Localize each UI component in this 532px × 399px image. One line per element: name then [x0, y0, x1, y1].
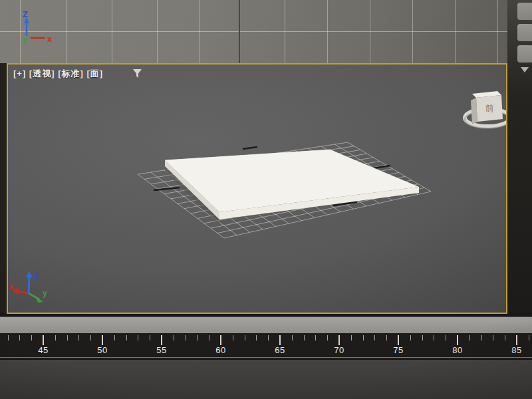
top-grid-vline	[157, 0, 158, 63]
ruler-major-tick	[220, 335, 221, 345]
perspective-viewport[interactable]: 前 x Z y [+] [透视] [标准] [面]	[7, 63, 507, 314]
ruler-minor-tick	[138, 335, 138, 340]
top-grid-vline	[285, 0, 285, 63]
top-grid-axis-line	[239, 0, 240, 63]
top-grid-vline	[112, 0, 112, 63]
status-bar: X: -175.251 Y: -32.008 Z: 0.0 栅格 = 10.0	[0, 359, 532, 399]
panel-button[interactable]	[517, 24, 532, 41]
top-grid-vline	[497, 0, 498, 63]
ruler-minor-tick	[351, 335, 352, 340]
gizmo-z-label: Z	[33, 271, 39, 281]
ruler-minor-tick	[493, 335, 493, 340]
left-edge	[0, 63, 7, 315]
ruler-minor-tick	[55, 335, 56, 340]
ruler-major-tick	[102, 335, 103, 345]
top-grid-vline	[327, 0, 328, 63]
ruler-major-tick	[516, 335, 517, 345]
timeline-ruler[interactable]: 455055606570758085	[0, 333, 532, 359]
world-axis-gizmo: x Z y	[9, 271, 47, 303]
ruler-minor-tick	[114, 335, 115, 340]
ruler-tick-label: 85	[511, 345, 521, 355]
ruler-tick-label: 60	[215, 345, 225, 355]
ruler-minor-tick	[505, 335, 505, 340]
ruler-minor-tick	[150, 335, 150, 340]
filter-icon[interactable]	[132, 68, 142, 79]
ruler-minor-tick	[78, 335, 79, 340]
ruler-minor-tick	[126, 335, 127, 340]
ruler-minor-tick	[374, 335, 375, 340]
ruler-major-tick	[161, 335, 162, 345]
ruler-minor-tick	[292, 335, 293, 340]
ruler-minor-tick	[363, 335, 364, 340]
ruler-minor-tick	[386, 335, 387, 340]
top-grid-vline	[455, 0, 456, 63]
ruler-tick-label: 45	[38, 345, 48, 355]
box-object[interactable]	[165, 150, 419, 225]
ruler-minor-tick	[197, 335, 198, 340]
ruler-tick-label: 75	[393, 345, 403, 355]
ruler-minor-tick	[209, 335, 209, 340]
ruler-minor-tick	[315, 335, 316, 340]
ruler-major-tick	[398, 335, 399, 345]
ruler-tick-label: 55	[156, 345, 166, 355]
screen: Z y x	[0, 0, 532, 399]
viewport-canvas[interactable]: 前 x Z y	[8, 65, 506, 313]
viewcube[interactable]: 前	[465, 91, 506, 128]
ruler-minor-tick	[268, 335, 269, 340]
ruler-minor-tick	[422, 335, 423, 340]
ruler-minor-tick	[90, 335, 91, 340]
ruler-minor-tick	[31, 335, 32, 340]
ruler-minor-tick	[304, 335, 305, 340]
ruler-minor-tick	[410, 335, 411, 340]
panel-button[interactable]	[517, 45, 532, 63]
top-grid-vline	[370, 0, 370, 63]
ruler-tick-label: 80	[452, 345, 462, 355]
ruler-major-tick	[338, 335, 340, 345]
gizmo-y-label: y	[43, 289, 47, 298]
ruler-tick-label: 50	[97, 345, 107, 355]
ruler-minor-tick	[327, 335, 328, 340]
top-gizmo-x-label: x	[47, 34, 53, 44]
ruler-minor-tick	[233, 335, 233, 340]
ruler-minor-tick	[446, 335, 446, 340]
top-grid-vline	[200, 0, 200, 63]
track-bar[interactable]	[0, 317, 532, 334]
top-gizmo-z-label: Z	[23, 9, 28, 19]
chevron-down-icon[interactable]	[521, 67, 529, 72]
ruler-baseline	[0, 357, 532, 358]
viewport-label-menu[interactable]: [+] [透视] [标准] [面]	[13, 68, 103, 80]
ruler-minor-tick	[8, 335, 9, 340]
top-grid-vline	[66, 0, 67, 63]
ruler-major-tick	[43, 335, 44, 345]
ruler-minor-tick	[529, 335, 529, 340]
ruler-minor-tick	[481, 335, 482, 340]
ruler-minor-tick	[245, 335, 245, 340]
top-world-axis-gizmo: Z y x	[8, 3, 61, 47]
ruler-minor-tick	[434, 335, 434, 340]
ruler-major-tick	[457, 335, 458, 345]
top-grid-vline	[412, 0, 413, 63]
top-gizmo-y-label: y	[23, 35, 28, 45]
ruler-minor-tick	[186, 335, 186, 340]
viewcube-front-label: 前	[485, 103, 494, 113]
ruler-minor-tick	[67, 335, 68, 340]
ruler-minor-tick	[19, 335, 20, 340]
right-panel-strip	[507, 0, 532, 315]
panel-button[interactable]	[517, 3, 532, 20]
ruler-major-tick	[279, 335, 281, 345]
ruler-tick-label: 70	[334, 345, 344, 355]
ruler-minor-tick	[256, 335, 257, 340]
gizmo-x-label: x	[9, 281, 14, 291]
ruler-minor-tick	[174, 335, 174, 340]
ruler-tick-label: 65	[275, 345, 285, 355]
top-viewport-canvas[interactable]: Z y x	[0, 0, 507, 63]
ruler-minor-tick	[469, 335, 470, 340]
top-grid-hline	[0, 31, 507, 32]
